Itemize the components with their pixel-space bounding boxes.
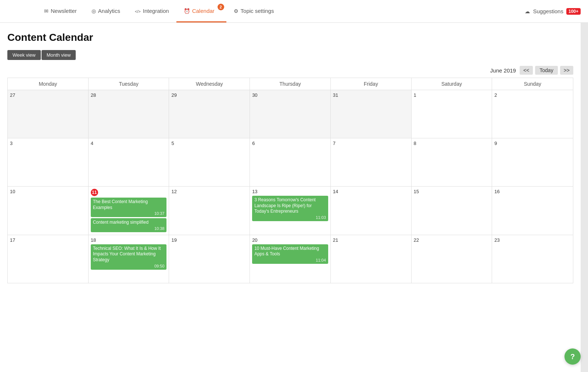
cell-date-1-5: 8 — [414, 141, 490, 146]
calendar-cell-0-6[interactable]: 2 — [492, 90, 573, 138]
date-num-0-0: 27 — [10, 92, 15, 98]
event-2-1-0[interactable]: The Best Content Marketing Examples10:37 — [91, 198, 167, 217]
tab-newsletter[interactable]: Newsletter — [37, 0, 84, 22]
month-label: June 2019 — [490, 67, 516, 74]
event-title-3-1-0: Technical SEO: What It Is & How It Impac… — [93, 246, 165, 263]
calendar-cell-1-6[interactable]: 9 — [492, 138, 573, 186]
cell-date-0-0: 27 — [10, 92, 86, 98]
cell-date-3-3: 20 — [252, 237, 328, 243]
event-time-2-3-0: 11:03 — [254, 215, 326, 220]
cell-date-1-6: 9 — [494, 141, 571, 146]
calendar-badge: 2 — [218, 4, 224, 10]
event-time-2-1-1: 10:38 — [93, 226, 165, 231]
month-view-button[interactable]: Month view — [42, 50, 76, 60]
date-num-2-5: 15 — [414, 189, 419, 194]
cell-date-3-4: 21 — [333, 237, 409, 243]
calendar-cell-3-5[interactable]: 22 — [412, 235, 492, 283]
day-header-friday: Friday — [331, 78, 412, 90]
event-time-3-3-0: 11:04 — [254, 258, 326, 262]
cell-date-2-2: 12 — [171, 189, 247, 194]
suggestions-badge: 100+ — [566, 8, 581, 15]
day-headers: Monday Tuesday Wednesday Thursday Friday… — [8, 78, 573, 90]
date-num-2-6: 16 — [494, 189, 499, 194]
tab-integration[interactable]: Integration — [128, 0, 176, 22]
cell-date-2-3: 13 — [252, 189, 328, 194]
calendar-header: June 2019 << Today >> — [7, 66, 573, 75]
day-header-sunday: Sunday — [492, 78, 573, 90]
calendar-cell-1-5[interactable]: 8 — [412, 138, 492, 186]
date-num-3-0: 17 — [10, 237, 15, 243]
date-num-3-6: 23 — [494, 237, 499, 243]
calendar-cell-1-1[interactable]: 4 — [89, 138, 169, 186]
tab-topic-settings[interactable]: Topic settings — [226, 0, 282, 22]
date-num-1-5: 8 — [414, 141, 416, 146]
calendar-cell-0-5[interactable]: 1 — [412, 90, 492, 138]
calendar-cell-1-4[interactable]: 7 — [331, 138, 412, 186]
calendar-cell-2-5[interactable]: 15 — [412, 187, 492, 235]
cell-date-2-4: 14 — [333, 189, 409, 194]
cell-date-3-6: 23 — [494, 237, 571, 243]
sidebar-right — [581, 23, 588, 372]
calendar-cell-0-4[interactable]: 31 — [331, 90, 412, 138]
calendar-cell-2-1[interactable]: 11The Best Content Marketing Examples10:… — [89, 187, 169, 235]
event-3-1-0[interactable]: Technical SEO: What It Is & How It Impac… — [91, 244, 167, 270]
calendar-week-1: 3456789 — [8, 138, 573, 187]
cell-date-0-6: 2 — [494, 92, 571, 98]
calendar-cell-0-1[interactable]: 28 — [89, 90, 169, 138]
calendar-cell-3-1[interactable]: 18Technical SEO: What It Is & How It Imp… — [89, 235, 169, 283]
analytics-icon — [92, 8, 96, 14]
calendar-grid: Monday Tuesday Wednesday Thursday Friday… — [7, 78, 573, 283]
date-num-3-4: 21 — [333, 237, 338, 243]
date-num-2-0: 10 — [10, 189, 15, 194]
event-2-1-1[interactable]: Content marketing simplified10:38 — [91, 218, 167, 232]
date-num-2-4: 14 — [333, 189, 338, 194]
calendar-cell-2-4[interactable]: 14 — [331, 187, 412, 235]
calendar-cell-2-0[interactable]: 10 — [8, 187, 89, 235]
calendar-cell-3-0[interactable]: 17 — [8, 235, 89, 283]
day-header-saturday: Saturday — [412, 78, 492, 90]
tab-calendar[interactable]: Calendar 2 — [176, 0, 226, 22]
suggestions-label: Suggestions — [533, 8, 563, 14]
calendar-cell-0-3[interactable]: 30 — [250, 90, 331, 138]
event-2-3-0[interactable]: 3 Reasons Tomorrow's Content Landscape I… — [252, 196, 328, 221]
date-num-0-2: 29 — [171, 92, 176, 98]
calendar-cell-3-2[interactable]: 19 — [169, 235, 250, 283]
calendar-cell-2-3[interactable]: 133 Reasons Tomorrow's Content Landscape… — [250, 187, 331, 235]
calendar-week-3: 1718Technical SEO: What It Is & How It I… — [8, 235, 573, 283]
calendar-cell-3-6[interactable]: 23 — [492, 235, 573, 283]
tab-calendar-label: Calendar — [192, 8, 215, 14]
date-num-1-2: 5 — [171, 141, 174, 146]
date-num-0-5: 1 — [414, 92, 416, 98]
nav-right: Suggestions 100+ — [525, 8, 581, 15]
calendar-cell-2-6[interactable]: 16 — [492, 187, 573, 235]
tab-topic-label: Topic settings — [241, 8, 274, 14]
page-title: Content Calendar — [7, 32, 573, 43]
date-num-3-3: 20 — [252, 237, 257, 243]
day-header-wednesday: Wednesday — [169, 78, 250, 90]
week-view-button[interactable]: Week view — [7, 50, 41, 60]
calendar-cell-0-2[interactable]: 29 — [169, 90, 250, 138]
help-button[interactable]: ? — [564, 348, 581, 365]
cell-date-0-5: 1 — [414, 92, 490, 98]
date-num-0-4: 31 — [333, 92, 338, 98]
calendar-cell-0-0[interactable]: 27 — [8, 90, 89, 138]
cell-date-1-4: 7 — [333, 141, 409, 146]
calendar-cell-1-0[interactable]: 3 — [8, 138, 89, 186]
calendar-cell-1-3[interactable]: 6 — [250, 138, 331, 186]
date-num-3-2: 19 — [171, 237, 176, 243]
date-num-1-0: 3 — [10, 141, 12, 146]
tab-analytics[interactable]: Analytics — [84, 0, 128, 22]
today-button[interactable]: Today — [535, 66, 557, 75]
calendar-cell-3-4[interactable]: 21 — [331, 235, 412, 283]
event-3-3-0[interactable]: 10 Must-Have Content Marketing Apps & To… — [252, 244, 328, 264]
date-num-0-1: 28 — [91, 92, 96, 98]
cell-date-0-2: 29 — [171, 92, 247, 98]
date-num-3-1: 18 — [91, 237, 96, 243]
calendar-cell-3-3[interactable]: 2010 Must-Have Content Marketing Apps & … — [250, 235, 331, 283]
next-month-button[interactable]: >> — [560, 66, 573, 75]
date-badge-2-1: 11 — [91, 189, 98, 196]
calendar-cell-2-2[interactable]: 12 — [169, 187, 250, 235]
date-num-1-6: 9 — [494, 141, 497, 146]
calendar-cell-1-2[interactable]: 5 — [169, 138, 250, 186]
prev-month-button[interactable]: << — [520, 66, 533, 75]
